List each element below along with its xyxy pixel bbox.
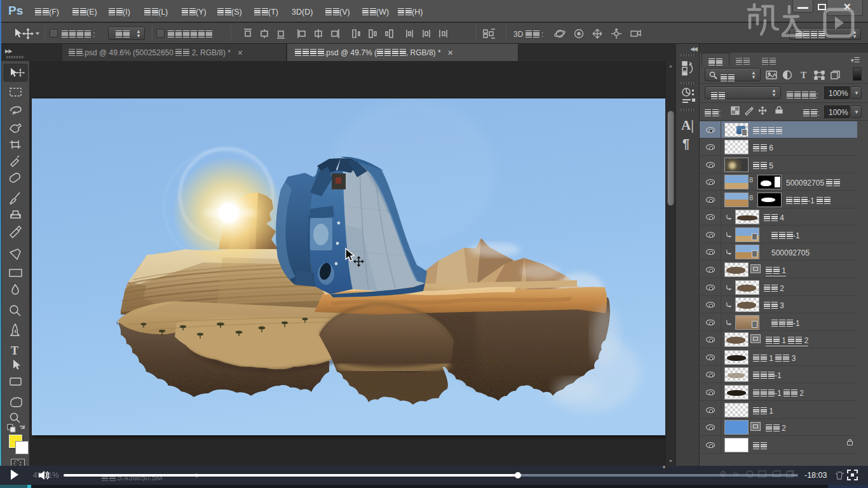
- svg-text:fx: fx: [733, 471, 739, 478]
- svg-text:T: T: [11, 344, 18, 357]
- svg-text:T: T: [801, 71, 807, 80]
